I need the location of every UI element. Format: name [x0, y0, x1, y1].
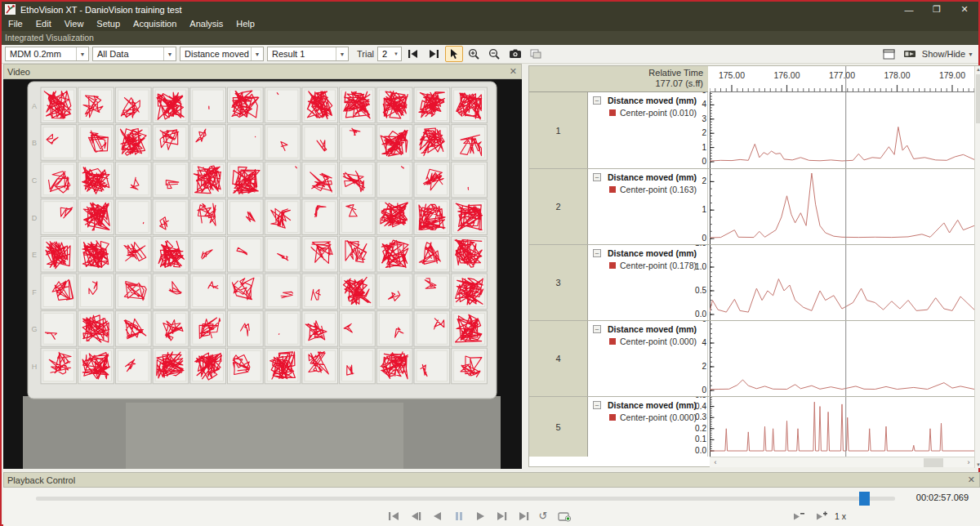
y-tick-label: 0.3 [682, 412, 706, 421]
vertical-scrollbar[interactable]: ▲ ▼ [974, 66, 980, 468]
app-icon [5, 4, 16, 15]
time-tick-label: 175.00 [714, 70, 750, 80]
video-frame[interactable]: ABCDEFGH [3, 79, 522, 469]
dropdown-arrow-icon[interactable]: ▼ [251, 47, 263, 60]
y-tick-label: 1.0 [682, 262, 706, 271]
time-axis: 175.00176.00177.00178.00179.00 [710, 66, 974, 92]
time-tick-label: 177.00 [824, 70, 860, 80]
playback-slider-thumb[interactable] [859, 492, 870, 506]
skip-start-button[interactable] [385, 509, 403, 523]
previous-trial-button[interactable] [404, 46, 422, 62]
playback-time: 00:02:57.069 [916, 493, 969, 502]
menu-item-view[interactable]: View [58, 17, 91, 31]
play-reverse-button[interactable] [428, 509, 446, 523]
svg-text:E: E [32, 251, 37, 259]
scroll-right-arrow[interactable]: › [963, 457, 974, 468]
playback-slider[interactable] [36, 497, 895, 501]
relative-time-value: 177.07 (s.ff) [529, 78, 703, 88]
window-layout-button[interactable] [880, 46, 898, 62]
transport-controls: ↺ [385, 509, 573, 523]
show-hide-label: Show/Hide [922, 49, 965, 59]
y-tick-label: 2 [682, 176, 706, 185]
select-cursor-button[interactable] [445, 46, 463, 62]
legend-text: Center-point (0.163) [620, 185, 697, 194]
skip-end-button[interactable] [513, 509, 531, 523]
dropdown-arrow-icon[interactable]: ▼ [163, 47, 176, 60]
horizontal-scrollbar[interactable]: ‹ › [710, 457, 974, 467]
dropdown-result[interactable]: Result 1▼ [267, 47, 349, 61]
zoom-out-button[interactable] [486, 46, 504, 62]
arena-number: 3 [555, 278, 560, 288]
zoom-in-button[interactable] [466, 46, 483, 62]
dropdown-arrow-icon[interactable]: ▼ [336, 47, 348, 60]
data-series-line [710, 173, 974, 238]
menu-item-help[interactable]: Help [229, 17, 261, 31]
restore-button[interactable]: ❐ [923, 2, 951, 17]
video-close-icon[interactable]: ✕ [510, 66, 517, 77]
trial-spinner[interactable]: 2 ▼ [377, 47, 402, 61]
collapse-icon[interactable]: – [593, 325, 601, 333]
y-tick-label: 5 [682, 92, 706, 95]
y-tick-label: 0.4 [682, 402, 706, 411]
menu-item-acquisition[interactable]: Acquisition [127, 17, 183, 31]
step-forward-button[interactable] [492, 509, 510, 523]
scroll-down-arrow[interactable]: ▼ [975, 462, 980, 467]
layout-button[interactable] [527, 46, 545, 62]
y-tick-label: 0.0 [682, 446, 706, 455]
plot-area: 6420 [710, 321, 974, 396]
speed-up-button[interactable] [812, 509, 830, 523]
collapse-icon[interactable]: – [593, 401, 601, 409]
record-button[interactable] [555, 509, 573, 523]
show-hide-arrow[interactable]: ▼ [968, 51, 973, 57]
step-back-icon [408, 510, 424, 522]
charts-panel: Relative Time 177.07 (s.ff) 175.00176.00… [528, 65, 980, 467]
vertical-scroll-thumb[interactable] [976, 74, 980, 123]
dropdown-profile[interactable]: MDM 0.2mm▼ [5, 47, 89, 61]
svg-text:F: F [32, 288, 37, 296]
y-tick-label: 6 [682, 320, 706, 323]
y-tick-label: 0.5 [682, 396, 706, 399]
menu-item-file[interactable]: File [2, 17, 29, 31]
menu-item-analysis[interactable]: Analysis [183, 17, 229, 31]
scroll-up-arrow[interactable]: ▲ [975, 67, 980, 72]
svg-text:G: G [31, 325, 37, 333]
plot-area: 543210 [710, 92, 974, 168]
playback-panel-title: Playback Control [7, 475, 75, 485]
menu-item-setup[interactable]: Setup [90, 17, 127, 31]
well-track-trace [278, 333, 279, 334]
close-button[interactable]: ✕ [951, 2, 978, 17]
scroll-left-arrow[interactable]: ‹ [710, 457, 721, 468]
collapse-icon[interactable]: – [593, 96, 601, 105]
speed-controls: 1 x [789, 509, 846, 523]
y-tick-label: 0.0 [682, 310, 706, 319]
playback-close-icon[interactable]: ✕ [968, 475, 975, 485]
step-back-button[interactable] [407, 509, 425, 523]
pause-button[interactable] [449, 509, 467, 523]
horizontal-scroll-thumb[interactable] [924, 458, 943, 467]
y-tick-label: 4 [682, 338, 706, 347]
toolbar: MDM 0.2mm▼All Data▼Distance moved▼Result… [2, 45, 978, 64]
time-tick-label: 179.00 [934, 70, 970, 80]
minimize-button[interactable]: — [895, 2, 923, 17]
collapse-icon[interactable]: – [593, 249, 601, 257]
dropdown-arrow-icon[interactable]: ▼ [76, 47, 88, 60]
menu-item-edit[interactable]: Edit [29, 17, 58, 31]
snapshot-button[interactable] [506, 46, 524, 62]
trial-value: 2 [378, 49, 387, 59]
record-icon [556, 510, 572, 522]
time-tick-label: 178.00 [880, 70, 915, 80]
video-panel: Video ✕ ABCDEFGH [3, 64, 522, 469]
dropdown-data-profile[interactable]: All Data▼ [92, 47, 176, 61]
speed-down-button[interactable] [789, 509, 807, 523]
plot-area: 0.50.40.30.20.10.0 [710, 397, 974, 457]
well-plate-video: ABCDEFGH [3, 79, 522, 469]
show-hide-icon[interactable] [901, 46, 919, 62]
legend-swatch [609, 262, 616, 269]
next-trial-button[interactable] [425, 46, 443, 62]
loop-button[interactable]: ↺ [534, 509, 552, 523]
play-reverse-icon [429, 510, 445, 522]
play-button[interactable] [470, 509, 488, 523]
dropdown-variable[interactable]: Distance moved▼ [180, 47, 264, 61]
trial-dropdown-arrow[interactable]: ▼ [391, 51, 401, 56]
collapse-icon[interactable]: – [593, 173, 601, 181]
